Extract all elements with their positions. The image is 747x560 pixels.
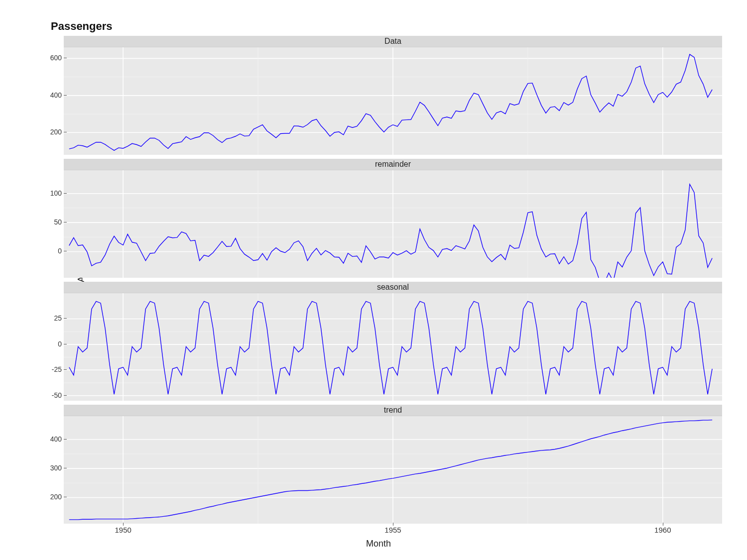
x-axis-label: Month bbox=[35, 539, 722, 549]
plot-panel bbox=[64, 293, 722, 401]
y-axis: 200400600 bbox=[35, 47, 64, 154]
y-tick-label: 25 bbox=[54, 314, 62, 322]
y-tick-label: 100 bbox=[50, 189, 62, 197]
y-tick-label: 200 bbox=[50, 493, 62, 501]
series-line bbox=[69, 184, 712, 278]
plot-panel bbox=[64, 170, 722, 278]
facet-strip: Data bbox=[64, 36, 722, 47]
y-tick-label: 600 bbox=[50, 54, 62, 62]
series-line bbox=[69, 54, 712, 150]
x-tick-label: 1955 bbox=[384, 526, 401, 534]
x-tick-label: 1950 bbox=[115, 526, 131, 534]
y-tick-label: 200 bbox=[50, 128, 62, 136]
plot-panel bbox=[64, 47, 722, 155]
y-axis: 050100 bbox=[35, 170, 64, 277]
chart-title: Passengers bbox=[51, 20, 722, 33]
y-tick-label: 0 bbox=[58, 340, 62, 348]
series-line bbox=[69, 420, 712, 520]
facet-trend: trend200300400 bbox=[35, 405, 722, 524]
series-line bbox=[69, 301, 712, 394]
y-tick-label: 400 bbox=[50, 435, 62, 443]
y-tick-label: -50 bbox=[52, 391, 62, 399]
facet-strip: remainder bbox=[64, 159, 722, 170]
facet-remainder: remainder050100 bbox=[35, 159, 722, 278]
facet-seasonal: seasonal-50-25025 bbox=[35, 282, 722, 401]
facet-strip: seasonal bbox=[64, 282, 722, 293]
y-tick-label: -25 bbox=[52, 365, 62, 373]
y-axis: -50-25025 bbox=[35, 293, 64, 400]
plot-panel bbox=[64, 416, 722, 524]
y-tick-label: 50 bbox=[54, 218, 62, 226]
facet-strip: trend bbox=[64, 405, 722, 416]
y-tick-label: 300 bbox=[50, 464, 62, 472]
facet-data: Data200400600 bbox=[35, 36, 722, 155]
chart-container: Passengers Monthly Number of Airline Pas… bbox=[35, 20, 722, 548]
y-axis: 200300400 bbox=[35, 416, 64, 523]
y-tick-label: 400 bbox=[50, 91, 62, 99]
y-tick-label: 0 bbox=[58, 247, 62, 255]
x-tick-label: 1960 bbox=[654, 526, 671, 534]
facet-stack: Data200400600remainder050100seasonal-50-… bbox=[35, 36, 722, 524]
x-axis: 195019551960 bbox=[64, 524, 722, 537]
